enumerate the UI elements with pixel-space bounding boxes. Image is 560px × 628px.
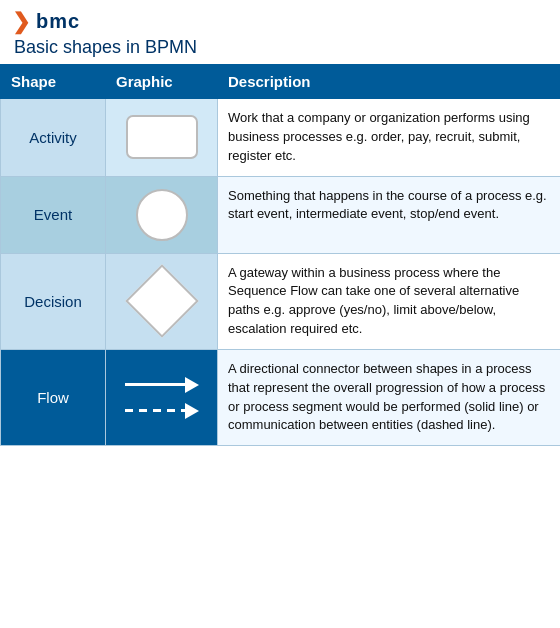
page-title: Basic shapes in BPMN (12, 37, 548, 58)
table-row: Activity Work that a company or organiza… (1, 99, 561, 177)
decision-shape-wrap (127, 271, 197, 331)
activity-shape-rect (126, 115, 198, 159)
shape-label-decision: Decision (1, 253, 106, 349)
bpmn-shapes-table: Shape Graphic Description Activity Work … (0, 64, 560, 446)
solid-arrow (185, 377, 199, 393)
shape-label-event: Event (1, 176, 106, 253)
event-shape-circle (136, 189, 188, 241)
shape-label-activity: Activity (1, 99, 106, 177)
solid-line (125, 383, 185, 386)
page-header: ❯ bmc Basic shapes in BPMN (0, 0, 560, 64)
graphic-cell-activity (106, 99, 218, 177)
desc-cell-event: Something that happens in the course of … (218, 176, 561, 253)
flow-solid-line (125, 377, 199, 393)
logo: ❯ bmc (12, 10, 548, 33)
dashed-arrow (185, 403, 199, 419)
desc-cell-activity: Work that a company or organization perf… (218, 99, 561, 177)
shape-label-flow: Flow (1, 349, 106, 445)
bmc-logo-icon: ❯ (12, 11, 30, 33)
graphic-cell-event (106, 176, 218, 253)
graphic-cell-flow (106, 349, 218, 445)
graphic-cell-decision (106, 253, 218, 349)
desc-cell-decision: A gateway within a business process wher… (218, 253, 561, 349)
flow-shapes-container (114, 377, 209, 419)
table-row: Event Something that happens in the cour… (1, 176, 561, 253)
col-header-graphic: Graphic (106, 65, 218, 99)
table-row: Decision A gateway within a business pro… (1, 253, 561, 349)
col-header-shape: Shape (1, 65, 106, 99)
desc-cell-flow: A directional connector between shapes i… (218, 349, 561, 445)
flow-dashed-line (125, 403, 199, 419)
dashed-line (125, 409, 185, 412)
decision-shape-diamond (125, 264, 199, 338)
table-row: Flow A directional connector between sha… (1, 349, 561, 445)
logo-text: bmc (36, 10, 80, 33)
col-header-description: Description (218, 65, 561, 99)
